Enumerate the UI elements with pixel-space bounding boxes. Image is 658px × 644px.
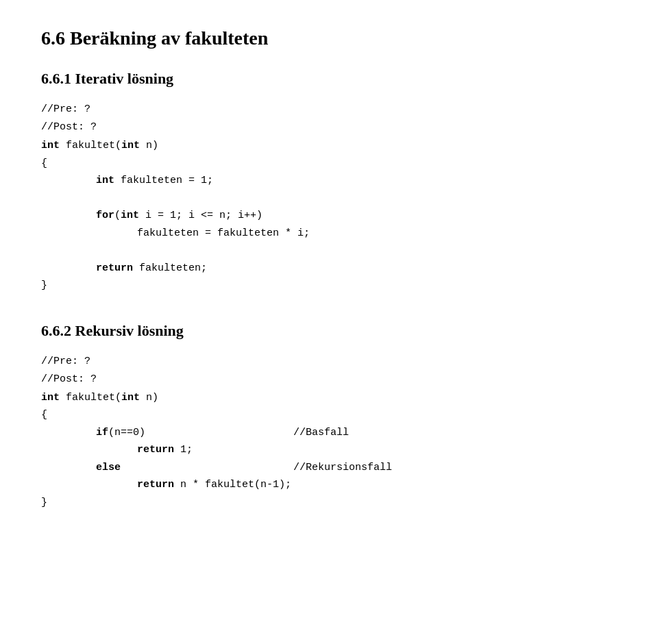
page-content: 6.6 Beräkning av fakulteten 6.6.1 Iterat…: [41, 27, 617, 511]
section1-code-line2: {: [41, 155, 617, 173]
section1-code-line9: }: [41, 277, 617, 295]
chapter-title: 6.6 Beräkning av fakulteten: [41, 27, 617, 49]
section2-code-line1: int fakultet(int n): [41, 389, 617, 407]
section2-code-line3: if(n==0) //Basfall: [41, 424, 617, 442]
section2-code-line2: {: [41, 406, 617, 424]
section2-code-line5: else //Rekursionsfall: [41, 459, 617, 477]
section1-code-line6: fakulteten = fakulteten * i;: [41, 225, 617, 243]
section2-pre-comment: //Pre: ?: [41, 354, 617, 370]
section2-post-comment: //Post: ?: [41, 371, 617, 388]
section2-code: //Pre: ? //Post: ? int fakultet(int n) {…: [41, 354, 617, 512]
section1-post-comment: //Post: ?: [41, 119, 617, 136]
section1-code-line3: int fakulteten = 1;: [41, 172, 617, 190]
section1-code-line5: for(int i = 1; i <= n; i++): [41, 207, 617, 225]
section1-code-blank1: [41, 190, 617, 208]
section1-code-blank2: [41, 242, 617, 260]
section1-code-line1: int fakultet(int n): [41, 137, 617, 155]
section2-title: 6.6.2 Rekursiv lösning: [41, 322, 617, 340]
section1-code-line8: return fakulteten;: [41, 260, 617, 277]
section2-code-line6: return n * fakultet(n-1);: [41, 476, 617, 494]
section1-pre-comment: //Pre: ?: [41, 101, 617, 118]
section2-code-line7: }: [41, 494, 617, 512]
section2-code-line4: return 1;: [41, 441, 617, 459]
section1-code: //Pre: ? //Post: ? int fakultet(int n) {…: [41, 101, 617, 295]
section1-title: 6.6.1 Iterativ lösning: [41, 70, 617, 88]
